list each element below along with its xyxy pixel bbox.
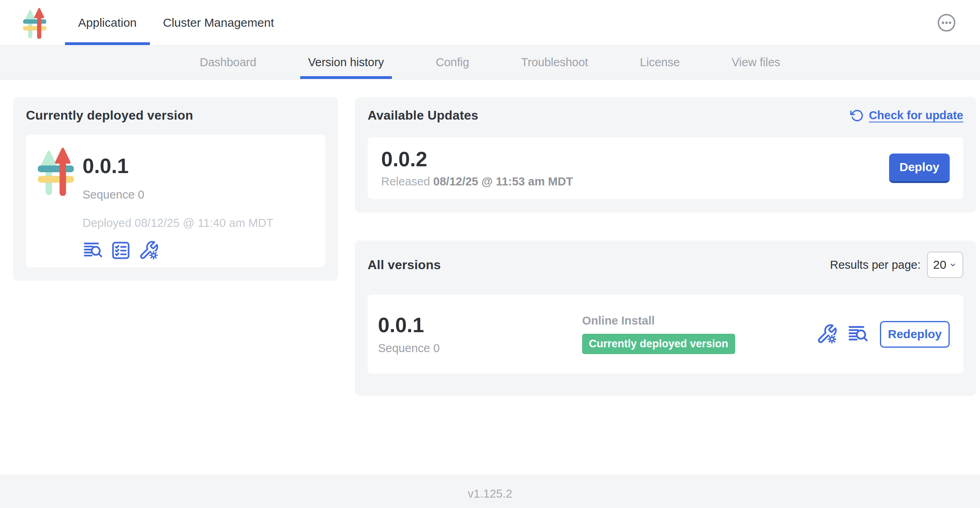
main-content: Currently deployed version 0.0.1 Sequenc… xyxy=(0,79,980,475)
version-row: 0.0.1 Sequence 0 Online Install Currentl… xyxy=(368,295,963,374)
tab-view-files-label: View files xyxy=(732,56,780,69)
tab-troubleshoot[interactable]: Troubleshoot xyxy=(513,45,596,79)
config-icon[interactable] xyxy=(138,240,159,261)
version-row-details: 0.0.1 Sequence 0 xyxy=(378,314,582,355)
redeploy-button[interactable]: Redeploy xyxy=(880,321,950,348)
currently-deployed-version-panel: 0.0.1 Sequence 0 Deployed 08/12/25 @ 11:… xyxy=(26,135,325,267)
check-for-update-link[interactable]: Check for update xyxy=(850,109,963,122)
tab-config[interactable]: Config xyxy=(428,45,477,79)
available-update-row: 0.0.2 Released 08/12/25 @ 11:53 am MDT D… xyxy=(368,137,963,199)
right-column: Available Updates Check for update 0.0.2… xyxy=(355,97,976,396)
config-icon[interactable] xyxy=(816,323,838,345)
top-tab-application-label: Application xyxy=(78,16,137,30)
available-updates-header: Available Updates Check for update xyxy=(368,108,963,123)
tab-version-history[interactable]: Version history xyxy=(300,45,392,79)
preflight-checks-icon[interactable] xyxy=(110,240,131,261)
tab-config-label: Config xyxy=(436,56,469,69)
top-tab-application[interactable]: Application xyxy=(65,0,150,45)
install-type-label: Online Install xyxy=(582,314,816,327)
available-updates-card: Available Updates Check for update 0.0.2… xyxy=(355,97,976,213)
deployed-version-number: 0.0.1 xyxy=(83,155,274,177)
currently-deployed-title: Currently deployed version xyxy=(26,108,325,123)
currently-deployed-card: Currently deployed version 0.0.1 Sequenc… xyxy=(13,97,338,281)
console-footer: v1.125.2 xyxy=(0,475,980,508)
top-nav: Application Cluster Management xyxy=(0,0,980,45)
released-date: 08/12/25 @ 11:53 am MDT xyxy=(433,175,573,188)
version-row-status: Online Install Currently deployed versio… xyxy=(582,314,816,354)
top-tab-cluster-management[interactable]: Cluster Management xyxy=(150,0,287,45)
diff-icon[interactable] xyxy=(83,240,103,261)
top-tab-bar: Application Cluster Management xyxy=(65,0,287,45)
results-per-page-label: Results per page: xyxy=(830,258,921,272)
app-logo-icon xyxy=(38,146,74,196)
app-logo-icon xyxy=(23,7,46,39)
tab-license[interactable]: License xyxy=(632,45,688,79)
console-version: v1.125.2 xyxy=(468,487,512,500)
tab-dashboard-label: Dashboard xyxy=(200,56,256,69)
refresh-icon xyxy=(850,109,864,122)
top-tab-cluster-management-label: Cluster Management xyxy=(163,16,274,30)
check-for-update-label: Check for update xyxy=(869,109,963,122)
row-sequence: Sequence 0 xyxy=(378,342,582,355)
results-per-page-value: 20 xyxy=(933,258,946,272)
deployed-version-details: 0.0.1 Sequence 0 Deployed 08/12/25 @ 11:… xyxy=(83,145,274,261)
deployed-action-icons xyxy=(83,240,274,261)
all-versions-title: All versions xyxy=(368,258,441,272)
released-label: Released xyxy=(381,175,430,188)
app-logo xyxy=(38,146,74,185)
version-row-actions: Redeploy xyxy=(816,321,950,348)
update-released-timestamp: Released 08/12/25 @ 11:53 am MDT xyxy=(381,175,573,188)
deploy-button[interactable]: Deploy xyxy=(889,154,950,183)
admin-console-page: Application Cluster Management Dashboard… xyxy=(0,0,980,508)
chevron-down-icon xyxy=(949,260,957,269)
tab-version-history-label: Version history xyxy=(308,56,384,69)
results-per-page-select[interactable]: 20 xyxy=(927,252,963,278)
deployed-timestamp: Deployed 08/12/25 @ 11:40 am MDT xyxy=(83,217,274,230)
ellipsis-menu-icon xyxy=(937,13,956,32)
tab-dashboard[interactable]: Dashboard xyxy=(192,45,264,79)
app-sub-nav: Dashboard Version history Config Trouble… xyxy=(0,45,980,79)
app-logo xyxy=(23,7,46,39)
deployed-sequence: Sequence 0 xyxy=(83,188,274,201)
update-version-number: 0.0.2 xyxy=(381,148,573,170)
all-versions-header: All versions Results per page: 20 xyxy=(368,252,963,278)
tab-troubleshoot-label: Troubleshoot xyxy=(521,56,588,69)
currently-deployed-badge: Currently deployed version xyxy=(582,334,735,354)
tab-view-files[interactable]: View files xyxy=(724,45,788,79)
results-per-page: Results per page: 20 xyxy=(830,252,963,278)
available-updates-title: Available Updates xyxy=(368,108,478,123)
overflow-menu-button[interactable] xyxy=(937,13,956,32)
diff-icon[interactable] xyxy=(847,323,869,345)
all-versions-card: All versions Results per page: 20 0.0 xyxy=(355,240,976,396)
row-version-number: 0.0.1 xyxy=(378,314,582,336)
tab-license-label: License xyxy=(640,56,680,69)
update-details: 0.0.2 Released 08/12/25 @ 11:53 am MDT xyxy=(381,148,573,188)
